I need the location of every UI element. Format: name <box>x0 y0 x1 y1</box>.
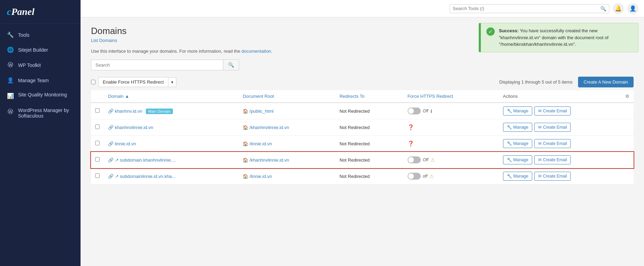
row2-domain-link[interactable]: khanhnvlinnie.id.vn <box>115 125 153 130</box>
sidebar-item-wordpress-manager[interactable]: Ⓦ WordPress Manager by Softaculous <box>0 103 81 123</box>
question-icon: ❓ <box>408 140 414 147</box>
home-icon: 🏠 <box>243 157 248 163</box>
row2-checkbox[interactable] <box>95 125 100 129</box>
row4-email-button[interactable]: ✉ Create Email <box>534 155 571 164</box>
sidebar-item-wp-toolkit[interactable]: Ⓦ WP Toolkit <box>0 57 81 73</box>
warning-icon: ⚠ <box>429 173 434 179</box>
row5-checkbox[interactable] <box>95 173 100 178</box>
row3-redirects: Not Redirected <box>335 136 403 152</box>
row2-manage-button[interactable]: 🔧 Manage <box>503 123 532 132</box>
row2-https-toggle-wrap: ❓ <box>408 124 495 130</box>
info-icon[interactable]: ℹ <box>430 109 432 114</box>
row5-manage-button[interactable]: 🔧 Manage <box>503 172 532 181</box>
sidebar: cPanel 🔧 Tools 🌐 Sitejet Builder Ⓦ WP To… <box>0 0 81 266</box>
domains-table: Domain ▲ Document Root Redirects To Forc… <box>91 90 634 185</box>
home-icon: 🏠 <box>243 109 248 114</box>
enable-https-main-button[interactable]: Enable Force HTTPS Redirect <box>98 77 168 87</box>
col-actions: Actions ⚙ <box>499 90 634 103</box>
user-avatar[interactable]: 👤 <box>627 3 638 14</box>
sidebar-logo: cPanel <box>0 0 81 24</box>
main-area: 🔍 🔔 👤 ✓ Success: You have successfully c… <box>81 0 644 266</box>
sidebar-item-sitejet[interactable]: 🌐 Sitejet Builder <box>0 42 81 57</box>
col-document-root: Document Root <box>239 90 335 103</box>
search-tools-container[interactable]: 🔍 <box>450 4 609 13</box>
sidebar-item-label: WP Toolkit <box>18 62 41 68</box>
row4-doc-root-link[interactable]: /khanhnvlinnie.id.vn <box>250 157 289 163</box>
domain-search-button[interactable]: 🔍 <box>223 59 239 70</box>
gear-icon[interactable]: ⚙ <box>625 94 629 99</box>
row3-email-button[interactable]: ✉ Create Email <box>534 139 571 148</box>
row1-external-icon: 🔗 <box>108 109 114 114</box>
row1-https-toggle-wrap: Off ℹ <box>408 108 495 114</box>
row1-email-button[interactable]: ✉ Create Email <box>534 106 571 115</box>
sidebar-navigation: 🔧 Tools 🌐 Sitejet Builder Ⓦ WP Toolkit 👤… <box>0 24 81 123</box>
row5-https-toggle[interactable] <box>408 173 421 180</box>
table-row: 🔗 ↗ subdomainlinnie.id.vn.kha... 🏠 /linn… <box>91 168 634 185</box>
row1-toggle-label: Off <box>423 109 428 113</box>
row1-manage-button[interactable]: 🔧 Manage <box>503 106 532 115</box>
sidebar-item-tools[interactable]: 🔧 Tools <box>0 27 81 42</box>
page-content: ✓ Success: You have successfully created… <box>81 17 644 266</box>
enable-https-button-group: Enable Force HTTPS Redirect ▾ <box>98 77 176 87</box>
row1-main-badge: Main Domain <box>146 109 173 114</box>
row3-https-toggle-wrap: ❓ <box>408 140 495 147</box>
sidebar-item-label: Tools <box>18 32 30 38</box>
documentation-link[interactable]: documentation <box>242 49 271 54</box>
row1-doc-root-link[interactable]: /public_html <box>250 109 274 114</box>
row5-domain-link[interactable]: subdomainlinnie.id.vn.kha... <box>120 174 175 179</box>
row1-actions: 🔧 Manage ✉ Create Email <box>503 106 629 115</box>
sidebar-item-manage-team[interactable]: 👤 Manage Team <box>0 73 81 88</box>
table-row: 🔗 khanhnvlinnie.id.vn 🏠 /khanhnvlinnie.i… <box>91 119 634 136</box>
row5-external-icon: ↗ <box>115 174 119 179</box>
row3-checkbox[interactable] <box>95 141 100 145</box>
search-tools-input[interactable] <box>453 6 600 11</box>
toolbar-row: Enable Force HTTPS Redirect ▾ Displaying… <box>91 77 634 87</box>
search-tools-icon: 🔍 <box>600 6 606 11</box>
notification-bell[interactable]: 🔔 <box>613 3 624 14</box>
select-all-checkbox[interactable] <box>91 80 95 84</box>
row4-external-icon: ↗ <box>115 157 119 163</box>
row3-actions: 🔧 Manage ✉ Create Email <box>503 139 629 148</box>
row3-manage-button[interactable]: 🔧 Manage <box>503 139 532 148</box>
row4-checkbox[interactable] <box>95 157 100 162</box>
row2-email-button[interactable]: ✉ Create Email <box>534 123 571 132</box>
question-icon: ❓ <box>408 124 414 130</box>
row3-doc-root-link[interactable]: /linnie.id.vn <box>250 141 272 146</box>
col-redirects-to: Redirects To <box>335 90 403 103</box>
toolbar-left: Enable Force HTTPS Redirect ▾ <box>91 77 176 87</box>
row4-domain-link[interactable]: subdomain.khanhnvlinnie.... <box>120 157 176 163</box>
sidebar-item-label: Manage Team <box>18 78 49 83</box>
create-domain-button[interactable]: Create A New Domain <box>578 77 634 87</box>
sidebar-item-label: WordPress Manager by Softaculous <box>18 108 74 119</box>
domain-search-input[interactable] <box>91 60 223 70</box>
wordpress-icon: Ⓦ <box>7 108 14 115</box>
row1-checkbox[interactable] <box>95 108 100 113</box>
sitejet-icon: 🌐 <box>7 46 14 53</box>
table-row: 🔗 ↗ subdomain.khanhnvlinnie.... 🏠 /khanh… <box>91 152 634 168</box>
row4-actions: 🔧 Manage ✉ Create Email <box>503 155 629 164</box>
bell-icon: 🔔 <box>615 5 622 12</box>
sidebar-item-label: Site Quality Monitoring <box>18 92 67 97</box>
home-icon: 🏠 <box>243 125 248 130</box>
row1-https-toggle[interactable] <box>408 108 421 114</box>
row4-https-toggle[interactable] <box>408 156 421 163</box>
home-icon: 🏠 <box>243 174 248 179</box>
row1-redirects: Not Redirected <box>335 103 403 119</box>
row2-external-icon: 🔗 <box>108 125 114 130</box>
col-domain: Domain ▲ <box>104 90 239 103</box>
row5-toggle-label: off <box>423 174 427 179</box>
home-icon: 🏠 <box>243 141 248 146</box>
row5-doc-root-link[interactable]: /linnie.id.vn <box>250 174 272 179</box>
user-icon: 👤 <box>629 5 636 12</box>
topbar: 🔍 🔔 👤 <box>81 0 644 17</box>
row5-email-button[interactable]: ✉ Create Email <box>534 172 571 181</box>
sidebar-item-site-quality[interactable]: 📊 Site Quality Monitoring <box>0 88 81 103</box>
enable-https-dropdown-button[interactable]: ▾ <box>168 77 176 87</box>
row4-link-icon: 🔗 <box>108 157 114 163</box>
row4-manage-button[interactable]: 🔧 Manage <box>503 155 532 164</box>
logo-text: cPanel <box>7 6 34 17</box>
row2-doc-root-link[interactable]: /khanhnvlinnie.id.vn <box>250 125 289 130</box>
items-count: Displaying 1 through 5 out of 5 items <box>499 79 572 85</box>
row3-domain-link[interactable]: linnie.id.vn <box>115 141 136 146</box>
row1-domain-link[interactable]: khanhnv.id.vn <box>115 109 142 114</box>
